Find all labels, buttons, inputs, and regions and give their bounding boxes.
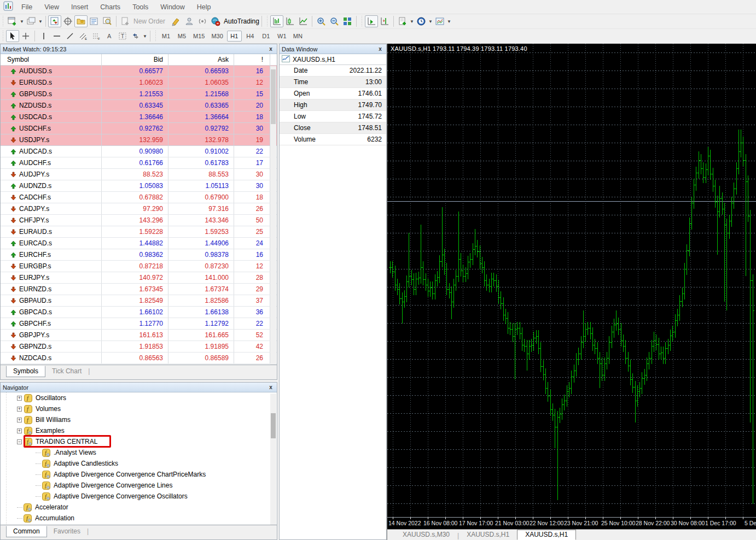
- navigator-scrollbar-thumb[interactable]: [271, 413, 276, 438]
- arrows-tool-dropdown[interactable]: ▼: [142, 34, 148, 39]
- market-watch-row-eurnzd.s[interactable]: EURNZD.s1.673451.6737429: [1, 284, 277, 295]
- chart-window[interactable]: XAUUSD.s,H1 1793.11 1794.39 1793.11 1793…: [387, 44, 756, 540]
- navigator-item-adaptive-candlesticks[interactable]: fAdaptive Candlesticks: [1, 458, 277, 469]
- timeframe-button-w1[interactable]: W1: [275, 31, 289, 42]
- market-watch-row-eurcad.s[interactable]: EURCAD.s1.448821.4490624: [1, 238, 277, 249]
- line-chart-button[interactable]: [296, 15, 310, 27]
- collapse-icon[interactable]: −: [17, 439, 22, 444]
- menu-item-tools[interactable]: Tools: [126, 3, 154, 11]
- navigator-item-volumes[interactable]: +fVolumes: [1, 403, 277, 414]
- timeframe-button-m30[interactable]: M30: [208, 31, 225, 42]
- trendline-tool-button[interactable]: [63, 30, 77, 42]
- toolbar-grip[interactable]: [360, 16, 363, 27]
- periods-dropdown[interactable]: ▼: [428, 19, 433, 24]
- auto-scroll-button[interactable]: [365, 15, 378, 27]
- cursor-tool-button[interactable]: [6, 30, 19, 42]
- navigator-item-adaptive-divergence-convergence-chartpricemarks[interactable]: fAdaptive Divergence Convergence ChartPr…: [1, 469, 277, 480]
- new-chart-dropdown[interactable]: ▼: [19, 19, 25, 24]
- expand-icon[interactable]: +: [17, 418, 22, 422]
- text-tool-button[interactable]: A: [103, 30, 116, 42]
- equidistant-channel-tool-button[interactable]: E: [77, 30, 90, 42]
- expand-icon[interactable]: +: [17, 407, 22, 412]
- column-header-ask[interactable]: Ask: [168, 54, 234, 65]
- market-watch-row-usdchf.s[interactable]: USDCHF.s0.927620.9279230: [1, 123, 277, 134]
- market-watch-row-gbpusd.s[interactable]: GBPUSD.s1.215531.2156815: [1, 89, 277, 100]
- tab-tick-chart[interactable]: Tick Chart: [45, 366, 88, 377]
- autotrading-icon[interactable]: [209, 15, 222, 27]
- text-label-tool-button[interactable]: T: [116, 30, 129, 42]
- timeframe-button-m5[interactable]: M5: [175, 31, 189, 42]
- timeframe-button-mn[interactable]: MN: [290, 31, 305, 42]
- column-header-bid[interactable]: Bid: [102, 54, 168, 65]
- tile-windows-button[interactable]: [341, 15, 354, 27]
- menu-item-charts[interactable]: Charts: [94, 3, 126, 11]
- chart-shift-button[interactable]: [378, 15, 391, 27]
- autotrading-button[interactable]: AutoTrading: [224, 17, 259, 25]
- market-watch-row-eurchf.s[interactable]: EURCHF.s0.983620.9837816: [1, 249, 277, 261]
- toolbar-grip[interactable]: [154, 31, 157, 42]
- periods-button[interactable]: [415, 15, 428, 27]
- navigator-item--analyst-views[interactable]: f.Analyst Views: [1, 447, 277, 458]
- fibonacci-tool-button[interactable]: F: [90, 30, 103, 42]
- timeframe-button-m1[interactable]: M1: [159, 31, 173, 42]
- new-chart-button[interactable]: [6, 15, 19, 27]
- toolbar-grip[interactable]: [266, 16, 269, 27]
- market-watch-row-gbpaud.s[interactable]: GBPAUD.s1.825491.8258637: [1, 295, 277, 307]
- column-header-spread[interactable]: !: [234, 54, 270, 65]
- market-watch-row-usdcad.s[interactable]: USDCAD.s1.366461.3666418: [1, 111, 277, 123]
- new-order-icon[interactable]: [119, 15, 132, 27]
- market-watch-scrollbar-thumb[interactable]: [271, 69, 276, 124]
- bar-chart-button[interactable]: [270, 15, 283, 27]
- market-watch-row-gbpchf.s[interactable]: GBPCHF.s1.127701.1279222: [1, 318, 277, 330]
- menu-item-window[interactable]: Window: [154, 3, 190, 11]
- navigator-item-trading-central[interactable]: −fTRADING CENTRAL: [1, 436, 277, 447]
- tab-favorites[interactable]: Favorites: [47, 526, 87, 537]
- market-watch-row-cadchf.s[interactable]: CADCHF.s0.678820.6790018: [1, 192, 277, 203]
- market-watch-row-gbpnzd.s[interactable]: GBPNZD.s1.918531.9189542: [1, 341, 277, 353]
- market-watch-row-nzdusd.s[interactable]: NZDUSD.s0.633450.6336520: [1, 100, 277, 111]
- tab-common[interactable]: Common: [6, 526, 47, 537]
- market-watch-row-cadjpy.s[interactable]: CADJPY.s97.29097.31626: [1, 203, 277, 215]
- menu-item-insert[interactable]: Insert: [65, 3, 94, 11]
- navigator-item-accelerator[interactable]: fAccelerator: [1, 502, 277, 513]
- terminal-button[interactable]: [88, 15, 101, 27]
- market-watch-row-usdjpy.s[interactable]: USDJPY.s132.959132.97819: [1, 134, 277, 146]
- market-watch-row-eurusd.s[interactable]: EURUSD.s1.060231.0603512: [1, 77, 277, 89]
- navigator-item-examples[interactable]: +fExamples: [1, 425, 277, 436]
- candlestick-chart-button[interactable]: [283, 15, 296, 27]
- navigator-item-adaptive-divergence-convergence-oscillators[interactable]: fAdaptive Divergence Convergence Oscilla…: [1, 491, 277, 502]
- navigator-item-oscillators[interactable]: +fOscillators: [1, 392, 277, 403]
- timeframe-button-m15[interactable]: M15: [190, 31, 207, 42]
- metaeditor-button[interactable]: [170, 15, 183, 27]
- tab-symbols[interactable]: Symbols: [6, 366, 45, 377]
- templates-dropdown[interactable]: ▼: [446, 19, 452, 24]
- menu-item-view[interactable]: View: [38, 3, 65, 11]
- navigator-item-accumulation[interactable]: fAccumulation: [1, 513, 277, 524]
- market-watch-row-eurgbp.s[interactable]: EURGBP.s0.872180.8723012: [1, 261, 277, 272]
- navigator-item-bill-williams[interactable]: +fBill Williams: [1, 414, 277, 425]
- zoom-in-button[interactable]: [315, 15, 328, 27]
- toolbar-grip[interactable]: [2, 31, 4, 42]
- vertical-line-tool-button[interactable]: [37, 30, 50, 42]
- zoom-out-button[interactable]: [328, 15, 341, 27]
- market-watch-row-eurjpy.s[interactable]: EURJPY.s140.972141.00028: [1, 272, 277, 284]
- signals-button[interactable]: [196, 15, 209, 27]
- new-order-button[interactable]: New Order: [133, 17, 165, 25]
- market-watch-row-audjpy.s[interactable]: AUDJPY.s88.52388.55330: [1, 169, 277, 180]
- market-watch-row-gbpjpy.s[interactable]: GBPJPY.s161.613161.66552: [1, 330, 277, 341]
- market-watch-close-icon[interactable]: x: [267, 46, 275, 52]
- market-watch-row-audnzd.s[interactable]: AUDNZD.s1.050831.0511330: [1, 180, 277, 192]
- market-watch-row-audchf.s[interactable]: AUDCHF.s0.617660.6178317: [1, 157, 277, 169]
- expert-advisors-button[interactable]: [183, 15, 196, 27]
- profiles-dropdown[interactable]: ▼: [38, 19, 43, 24]
- navigator-scrollbar[interactable]: [270, 394, 276, 525]
- menu-item-file[interactable]: File: [15, 3, 38, 11]
- crosshair-tool-button[interactable]: [19, 30, 32, 42]
- indicators-dropdown[interactable]: ▼: [409, 19, 415, 24]
- market-watch-scrollbar[interactable]: [270, 66, 276, 368]
- column-header-symbol[interactable]: Symbol: [1, 54, 102, 65]
- timeframe-button-h4[interactable]: H4: [243, 31, 258, 42]
- market-watch-row-chfjpy.s[interactable]: CHFJPY.s143.296143.34650: [1, 215, 277, 226]
- expand-icon[interactable]: +: [17, 396, 22, 401]
- menu-item-help[interactable]: Help: [191, 3, 217, 11]
